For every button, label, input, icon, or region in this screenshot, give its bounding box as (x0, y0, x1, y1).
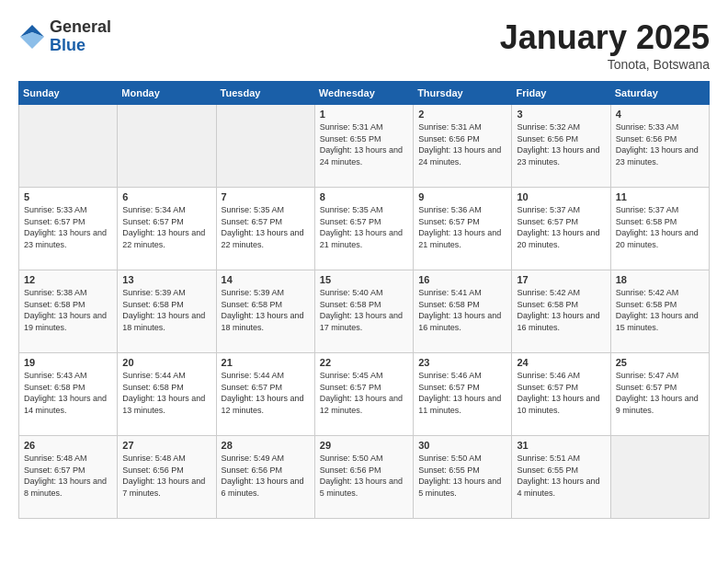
day-number: 21 (222, 357, 310, 368)
calendar-cell: 30Sunrise: 5:50 AMSunset: 6:55 PMDayligh… (414, 436, 512, 519)
calendar-cell: 27Sunrise: 5:48 AMSunset: 6:56 PMDayligh… (118, 436, 216, 519)
calendar-cell: 22Sunrise: 5:45 AMSunset: 6:57 PMDayligh… (314, 353, 413, 436)
day-info: Sunrise: 5:33 AMSunset: 6:56 PMDaylight:… (616, 121, 704, 167)
day-number: 14 (222, 274, 310, 285)
day-info: Sunrise: 5:38 AMSunset: 6:58 PMDaylight:… (24, 287, 112, 333)
day-info: Sunrise: 5:47 AMSunset: 6:57 PMDaylight:… (616, 370, 704, 416)
day-number: 6 (122, 191, 210, 202)
calendar-cell: 28Sunrise: 5:49 AMSunset: 6:56 PMDayligh… (216, 436, 314, 519)
header-saturday: Saturday (610, 82, 709, 105)
day-info: Sunrise: 5:37 AMSunset: 6:57 PMDaylight:… (517, 204, 605, 250)
calendar-cell (610, 436, 709, 519)
calendar-header-row: SundayMondayTuesdayWednesdayThursdayFrid… (19, 82, 710, 105)
day-number: 29 (320, 440, 408, 451)
calendar-cell: 31Sunrise: 5:51 AMSunset: 6:55 PMDayligh… (512, 436, 610, 519)
calendar-cell: 21Sunrise: 5:44 AMSunset: 6:57 PMDayligh… (216, 353, 314, 436)
day-info: Sunrise: 5:49 AMSunset: 6:56 PMDaylight:… (222, 453, 310, 499)
day-number: 8 (320, 191, 408, 202)
calendar-cell: 1Sunrise: 5:31 AMSunset: 6:55 PMDaylight… (314, 105, 413, 188)
day-info: Sunrise: 5:35 AMSunset: 6:57 PMDaylight:… (320, 204, 408, 250)
logo-icon (18, 23, 46, 51)
calendar-cell: 29Sunrise: 5:50 AMSunset: 6:56 PMDayligh… (314, 436, 413, 519)
day-number: 13 (122, 274, 210, 285)
logo-text: General Blue (50, 18, 111, 55)
calendar-cell: 3Sunrise: 5:32 AMSunset: 6:56 PMDaylight… (512, 105, 610, 188)
calendar-cell: 20Sunrise: 5:44 AMSunset: 6:58 PMDayligh… (118, 353, 216, 436)
day-number: 18 (616, 274, 704, 285)
day-info: Sunrise: 5:45 AMSunset: 6:57 PMDaylight:… (320, 370, 408, 416)
day-info: Sunrise: 5:32 AMSunset: 6:56 PMDaylight:… (517, 121, 605, 167)
day-info: Sunrise: 5:42 AMSunset: 6:58 PMDaylight:… (616, 287, 704, 333)
calendar-week-row: 26Sunrise: 5:48 AMSunset: 6:57 PMDayligh… (19, 436, 710, 519)
logo-blue-label: Blue (50, 37, 111, 55)
month-title: January 2025 (500, 18, 710, 57)
header-wednesday: Wednesday (314, 82, 413, 105)
day-number: 27 (122, 440, 210, 451)
calendar-cell: 11Sunrise: 5:37 AMSunset: 6:58 PMDayligh… (610, 188, 709, 270)
day-info: Sunrise: 5:51 AMSunset: 6:55 PMDaylight:… (517, 453, 605, 499)
day-number: 3 (517, 109, 605, 120)
day-info: Sunrise: 5:44 AMSunset: 6:57 PMDaylight:… (222, 370, 310, 416)
day-info: Sunrise: 5:39 AMSunset: 6:58 PMDaylight:… (222, 287, 310, 333)
day-number: 23 (418, 357, 506, 368)
day-number: 17 (517, 274, 605, 285)
header-thursday: Thursday (414, 82, 512, 105)
calendar-cell: 2Sunrise: 5:31 AMSunset: 6:56 PMDaylight… (414, 105, 512, 188)
calendar-table: SundayMondayTuesdayWednesdayThursdayFrid… (18, 81, 710, 519)
day-number: 9 (418, 191, 506, 202)
calendar-cell: 9Sunrise: 5:36 AMSunset: 6:57 PMDaylight… (414, 188, 512, 270)
day-info: Sunrise: 5:36 AMSunset: 6:57 PMDaylight:… (418, 204, 506, 250)
day-info: Sunrise: 5:46 AMSunset: 6:57 PMDaylight:… (517, 370, 605, 416)
title-block: January 2025 Tonota, Botswana (500, 18, 710, 72)
header-sunday: Sunday (19, 82, 118, 105)
logo-general-label: General (50, 18, 111, 37)
calendar-cell (19, 105, 118, 188)
calendar-cell: 23Sunrise: 5:46 AMSunset: 6:57 PMDayligh… (414, 353, 512, 436)
day-info: Sunrise: 5:41 AMSunset: 6:58 PMDaylight:… (418, 287, 506, 333)
header-tuesday: Tuesday (216, 82, 314, 105)
day-info: Sunrise: 5:31 AMSunset: 6:55 PMDaylight:… (320, 121, 408, 167)
day-info: Sunrise: 5:44 AMSunset: 6:58 PMDaylight:… (122, 370, 210, 416)
day-number: 10 (517, 191, 605, 202)
calendar-week-row: 12Sunrise: 5:38 AMSunset: 6:58 PMDayligh… (19, 270, 710, 353)
day-info: Sunrise: 5:43 AMSunset: 6:58 PMDaylight:… (24, 370, 112, 416)
calendar-cell: 5Sunrise: 5:33 AMSunset: 6:57 PMDaylight… (19, 188, 118, 270)
day-number: 4 (616, 109, 704, 120)
day-info: Sunrise: 5:46 AMSunset: 6:57 PMDaylight:… (418, 370, 506, 416)
calendar-week-row: 19Sunrise: 5:43 AMSunset: 6:58 PMDayligh… (19, 353, 710, 436)
day-info: Sunrise: 5:37 AMSunset: 6:58 PMDaylight:… (616, 204, 704, 250)
calendar-cell: 18Sunrise: 5:42 AMSunset: 6:58 PMDayligh… (610, 270, 709, 353)
day-number: 20 (122, 357, 210, 368)
calendar-cell: 7Sunrise: 5:35 AMSunset: 6:57 PMDaylight… (216, 188, 314, 270)
calendar-cell: 14Sunrise: 5:39 AMSunset: 6:58 PMDayligh… (216, 270, 314, 353)
location-label: Tonota, Botswana (500, 57, 710, 72)
calendar-cell: 8Sunrise: 5:35 AMSunset: 6:57 PMDaylight… (314, 188, 413, 270)
day-info: Sunrise: 5:48 AMSunset: 6:57 PMDaylight:… (24, 453, 112, 499)
header-monday: Monday (118, 82, 216, 105)
calendar-cell: 6Sunrise: 5:34 AMSunset: 6:57 PMDaylight… (118, 188, 216, 270)
calendar-cell: 19Sunrise: 5:43 AMSunset: 6:58 PMDayligh… (19, 353, 118, 436)
day-number: 1 (320, 109, 408, 120)
calendar-cell (118, 105, 216, 188)
day-number: 7 (222, 191, 310, 202)
day-number: 11 (616, 191, 704, 202)
day-number: 19 (24, 357, 112, 368)
day-info: Sunrise: 5:50 AMSunset: 6:56 PMDaylight:… (320, 453, 408, 499)
calendar-cell: 12Sunrise: 5:38 AMSunset: 6:58 PMDayligh… (19, 270, 118, 353)
day-number: 28 (222, 440, 310, 451)
calendar-cell: 25Sunrise: 5:47 AMSunset: 6:57 PMDayligh… (610, 353, 709, 436)
day-info: Sunrise: 5:50 AMSunset: 6:55 PMDaylight:… (418, 453, 506, 499)
calendar-cell: 16Sunrise: 5:41 AMSunset: 6:58 PMDayligh… (414, 270, 512, 353)
logo: General Blue (18, 18, 111, 55)
day-number: 26 (24, 440, 112, 451)
calendar-cell: 4Sunrise: 5:33 AMSunset: 6:56 PMDaylight… (610, 105, 709, 188)
calendar-week-row: 5Sunrise: 5:33 AMSunset: 6:57 PMDaylight… (19, 188, 710, 270)
page-header: General Blue January 2025 Tonota, Botswa… (18, 18, 710, 72)
day-info: Sunrise: 5:35 AMSunset: 6:57 PMDaylight:… (222, 204, 310, 250)
day-info: Sunrise: 5:48 AMSunset: 6:56 PMDaylight:… (122, 453, 210, 499)
day-info: Sunrise: 5:42 AMSunset: 6:58 PMDaylight:… (517, 287, 605, 333)
calendar-week-row: 1Sunrise: 5:31 AMSunset: 6:55 PMDaylight… (19, 105, 710, 188)
day-number: 24 (517, 357, 605, 368)
day-info: Sunrise: 5:40 AMSunset: 6:58 PMDaylight:… (320, 287, 408, 333)
day-number: 5 (24, 191, 112, 202)
